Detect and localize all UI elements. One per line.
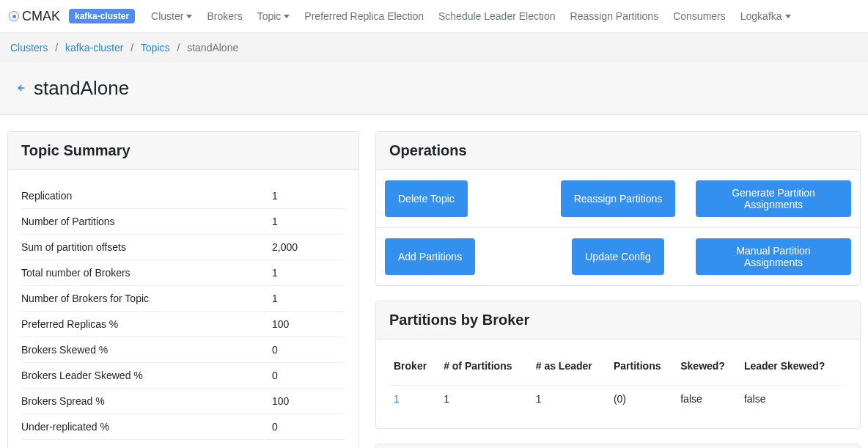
- summary-row: Under-replicated %0: [21, 414, 345, 440]
- broker-table-header: # as Leader: [532, 353, 609, 386]
- summary-label: Sum of partition offsets: [21, 241, 272, 253]
- table-cell: 1: [532, 386, 609, 416]
- summary-value: 0: [272, 421, 345, 433]
- broker-link[interactable]: 1: [394, 393, 400, 405]
- back-icon[interactable]: [16, 83, 25, 95]
- broker-table: Broker# of Partitions# as LeaderPartitio…: [389, 353, 847, 415]
- breadcrumb: Clusters / kafka-cluster / Topics / stan…: [0, 33, 868, 62]
- summary-row: Replication1: [21, 183, 345, 209]
- summary-row: Leader Size: [21, 440, 345, 448]
- navbar: CMAK kafka-cluster ClusterBrokersTopicPr…: [0, 0, 868, 33]
- nav-link-brokers[interactable]: Brokers: [199, 6, 249, 26]
- nav-link-schedule-leader-election[interactable]: Schedule Leader Election: [431, 6, 563, 26]
- summary-label: Brokers Leader Skewed %: [21, 370, 272, 381]
- manual-partition-assignments-button[interactable]: Manual Partition Assignments: [696, 238, 851, 275]
- summary-value: 1: [272, 293, 345, 304]
- summary-row: Preferred Replicas %100: [21, 312, 345, 337]
- brand-text: CMAK: [22, 9, 60, 24]
- chevron-down-icon: [284, 15, 290, 18]
- summary-value: 100: [272, 318, 345, 330]
- summary-row: Number of Brokers for Topic1: [21, 286, 345, 312]
- page-title: standAlone: [34, 77, 129, 100]
- partitions-by-broker-card: Partitions by Broker Broker# of Partitio…: [375, 301, 861, 429]
- table-cell: (0): [609, 386, 676, 416]
- broker-table-header: # of Partitions: [439, 353, 532, 386]
- delete-topic-button[interactable]: Delete Topic: [385, 180, 468, 217]
- table-cell: 1: [439, 386, 532, 416]
- breadcrumb-current: standAlone: [187, 42, 238, 54]
- breadcrumb-separator: /: [51, 42, 62, 54]
- breadcrumb-link-cluster-name[interactable]: kafka-cluster: [65, 42, 123, 54]
- brand-link[interactable]: CMAK: [9, 9, 60, 24]
- summary-value: 2,000: [272, 241, 345, 253]
- summary-row: Brokers Skewed %0: [21, 337, 345, 363]
- broker-table-header: Leader Skewed?: [740, 353, 847, 386]
- generate-partition-assignments-button[interactable]: Generate Partition Assignments: [696, 180, 851, 217]
- summary-label: Number of Brokers for Topic: [21, 293, 272, 304]
- summary-value: 0: [272, 370, 345, 381]
- partitions-by-broker-heading: Partitions by Broker: [376, 301, 860, 339]
- summary-value: 100: [272, 395, 345, 407]
- nav-link-reassign-partitions[interactable]: Reassign Partitions: [563, 6, 666, 26]
- summary-label: Under-replicated %: [21, 421, 272, 433]
- broker-table-header: Partitions: [609, 353, 676, 386]
- table-cell: false: [676, 386, 740, 416]
- summary-label: Replication: [21, 190, 272, 202]
- consumers-card: Consumers consuming from this topic: [375, 444, 861, 448]
- chevron-down-icon: [186, 15, 192, 18]
- summary-value: 1: [272, 267, 345, 279]
- chevron-down-icon: [785, 15, 791, 18]
- summary-row: Sum of partition offsets2,000: [21, 235, 345, 260]
- table-cell: false: [740, 386, 847, 416]
- reassign-partitions-button[interactable]: Reassign Partitions: [561, 180, 676, 217]
- topic-summary-card: Topic Summary Replication1Number of Part…: [7, 131, 359, 448]
- table-cell: 1: [389, 386, 439, 416]
- table-row: 111(0)falsefalse: [389, 386, 847, 416]
- nav-link-consumers[interactable]: Consumers: [666, 6, 733, 26]
- topic-summary-heading: Topic Summary: [8, 132, 358, 170]
- add-partitions-button[interactable]: Add Partitions: [385, 238, 475, 275]
- summary-value: 0: [272, 344, 345, 356]
- summary-row: Brokers Leader Skewed %0: [21, 363, 345, 389]
- nav-link-preferred-replica-election[interactable]: Preferred Replica Election: [297, 6, 431, 26]
- breadcrumb-link-topics[interactable]: Topics: [141, 42, 170, 54]
- summary-row: Number of Partitions1: [21, 209, 345, 235]
- summary-label: Number of Partitions: [21, 216, 272, 227]
- breadcrumb-link-clusters[interactable]: Clusters: [10, 42, 48, 54]
- nav-link-logkafka[interactable]: Logkafka: [733, 6, 798, 26]
- summary-label: Total number of Brokers: [21, 267, 272, 279]
- summary-label: Brokers Skewed %: [21, 344, 272, 356]
- summary-value: 1: [272, 216, 345, 227]
- page-header: standAlone: [0, 62, 868, 115]
- operations-card: Operations Delete TopicReassign Partitio…: [375, 131, 861, 286]
- summary-value: 1: [272, 190, 345, 202]
- update-config-button[interactable]: Update Config: [572, 238, 664, 275]
- nav-link-cluster[interactable]: Cluster: [144, 6, 199, 26]
- summary-label: Preferred Replicas %: [21, 318, 272, 330]
- cluster-badge[interactable]: kafka-cluster: [69, 9, 135, 23]
- summary-row: Total number of Brokers1: [21, 260, 345, 286]
- operations-heading: Operations: [376, 132, 860, 170]
- breadcrumb-separator: /: [172, 42, 184, 54]
- broker-table-header: Broker: [389, 353, 439, 386]
- breadcrumb-separator: /: [126, 42, 138, 54]
- summary-label: Brokers Spread %: [21, 395, 272, 407]
- nav-link-topic[interactable]: Topic: [250, 6, 298, 26]
- broker-table-header: Skewed?: [676, 353, 740, 386]
- brand-icon: [9, 11, 19, 21]
- consumers-heading: Consumers consuming from this topic: [376, 444, 860, 448]
- summary-row: Brokers Spread %100: [21, 389, 345, 414]
